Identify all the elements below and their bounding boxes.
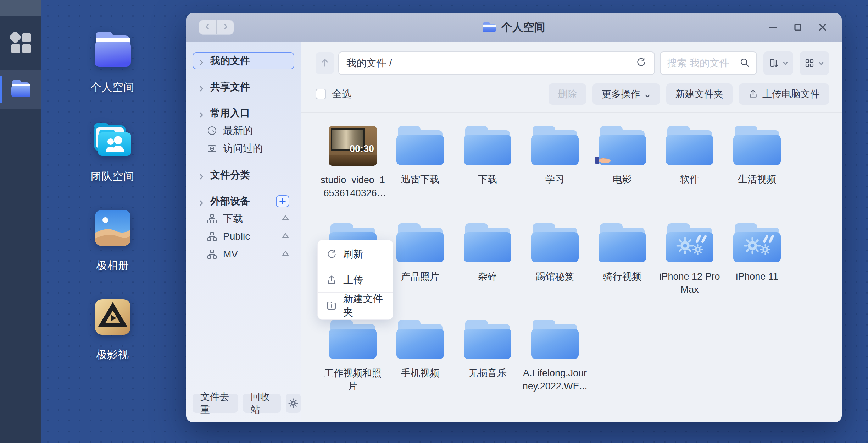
file-tile[interactable]: iPhone 12 Pro Max xyxy=(656,223,723,296)
upload-icon xyxy=(748,89,758,99)
file-label: iPhone 11 xyxy=(736,270,778,283)
add-device-button[interactable] xyxy=(276,195,289,207)
toolbar-button[interactable]: 删除 xyxy=(549,83,586,105)
path-input[interactable]: 我的文件 / xyxy=(338,51,655,75)
desktop-apps: 个人空间团队空间极相册极影视 xyxy=(80,31,145,362)
chevron-right-icon xyxy=(197,83,205,91)
file-label: 杂碎 xyxy=(478,270,497,283)
sidebar-subitem[interactable]: Public xyxy=(193,228,294,245)
chevron-right-icon xyxy=(197,57,205,64)
file-tile[interactable]: 杂碎 xyxy=(454,223,521,296)
context-menu-item[interactable]: 上传 xyxy=(318,267,393,292)
context-menu-item[interactable]: 刷新 xyxy=(318,241,393,267)
file-tile[interactable]: 迅雷下载 xyxy=(386,126,454,200)
folder-icon xyxy=(396,223,444,262)
sidebar-subitem-label: 下载 xyxy=(223,212,243,225)
file-tile[interactable]: 手机视频 xyxy=(386,320,454,393)
folder-icon xyxy=(464,223,511,262)
toolbar-button[interactable]: 上传电脑文件 xyxy=(739,83,829,105)
file-tile[interactable]: 无损音乐 xyxy=(454,320,521,393)
action-buttons: 删除更多操作新建文件夹上传电脑文件 xyxy=(549,83,829,105)
eject-button[interactable] xyxy=(281,248,290,260)
sort-button[interactable] xyxy=(763,51,793,75)
sidebar-gap xyxy=(193,157,294,166)
app-launcher-button[interactable] xyxy=(0,16,41,70)
select-all-checkbox[interactable] xyxy=(316,89,326,99)
file-label: 软件 xyxy=(680,173,699,186)
chevron-right-icon xyxy=(197,171,205,179)
sidebar-item[interactable]: 我的文件 xyxy=(193,52,294,69)
new-folder-icon xyxy=(326,300,337,311)
toolbar-button-label: 更多操作 xyxy=(602,88,640,100)
file-tile[interactable]: iPhone 11 xyxy=(723,223,791,296)
desktop-app[interactable]: 个人空间 xyxy=(80,31,145,95)
main-area: 我的文件 / 全选 删除更多操作新建文件 xyxy=(301,42,842,422)
file-tile[interactable]: 工作视频和照片 xyxy=(319,320,386,393)
sidebar-subitem[interactable]: 访问过的 xyxy=(193,140,294,157)
sidebar-item[interactable]: 文件分类 xyxy=(193,166,294,184)
sidebar-item-label: 外部设备 xyxy=(210,195,250,208)
desktop-app[interactable]: 极相册 xyxy=(80,209,145,273)
up-directory-button[interactable] xyxy=(316,52,334,74)
window-folder-icon xyxy=(483,22,496,32)
file-tile[interactable]: 骑行视频 xyxy=(589,223,656,296)
action-bar: 全选 删除更多操作新建文件夹上传电脑文件 xyxy=(316,83,829,105)
toolbar-button[interactable]: 更多操作 xyxy=(592,83,660,105)
view-mode-button[interactable] xyxy=(800,51,829,75)
sidebar-item[interactable]: 外部设备 xyxy=(193,193,294,210)
file-tile[interactable]: A.Lifelong.Journey.2022.WE... xyxy=(521,320,589,393)
toolbar-button[interactable]: 新建文件夹 xyxy=(666,83,733,105)
upload-icon xyxy=(326,275,337,285)
minimize-button[interactable] xyxy=(766,20,780,34)
app-grid-icon xyxy=(10,32,32,54)
close-button[interactable] xyxy=(816,20,830,34)
footer-button[interactable]: 文件去重 xyxy=(193,394,238,413)
file-tile[interactable]: 下载 xyxy=(454,126,521,200)
folder-icon xyxy=(666,223,713,262)
visited-icon xyxy=(207,143,217,154)
dock-header xyxy=(0,0,41,16)
toolbar-button-label: 上传电脑文件 xyxy=(762,88,820,100)
active-indicator xyxy=(0,76,2,103)
grid-view-icon xyxy=(804,58,815,69)
file-tile[interactable]: 电影 xyxy=(589,126,656,200)
sidebar-subitem[interactable]: 下载 xyxy=(193,210,294,228)
sidebar-item-label: 文件分类 xyxy=(210,168,250,182)
desktop-app[interactable]: 团队空间 xyxy=(80,120,145,184)
file-tile[interactable]: 学习 xyxy=(521,126,589,200)
sidebar-item[interactable]: 共享文件 xyxy=(193,78,294,95)
search-input[interactable] xyxy=(667,58,739,69)
eject-button[interactable] xyxy=(281,231,290,242)
sidebar-subitem[interactable]: 最新的 xyxy=(193,122,294,140)
file-label: 迅雷下载 xyxy=(401,173,439,186)
context-menu-item[interactable]: 新建文件夹 xyxy=(318,292,393,318)
toolbar-button-label: 新建文件夹 xyxy=(675,88,723,100)
sidebar-subitem-label: MV xyxy=(223,248,238,260)
desktop-app-label: 团队空间 xyxy=(91,169,135,184)
folder-icon xyxy=(599,126,646,165)
footer-button[interactable]: 回收站 xyxy=(243,394,281,413)
file-tile[interactable]: 00:30studio_video_1653614032613... xyxy=(319,126,386,200)
dock-item-files[interactable] xyxy=(0,70,41,109)
file-tile[interactable]: 软件 xyxy=(656,126,723,200)
desktop-app[interactable]: 极影视 xyxy=(80,299,145,362)
desktop-app-label: 个人空间 xyxy=(91,80,135,95)
maximize-button[interactable] xyxy=(791,20,805,34)
chevron-right-icon xyxy=(221,23,229,32)
sidebar-item[interactable]: 常用入口 xyxy=(193,105,294,122)
file-tile[interactable]: 产品照片 xyxy=(386,223,454,296)
forward-button[interactable] xyxy=(216,20,234,34)
eject-button[interactable] xyxy=(281,213,290,225)
toolbar-button-label: 删除 xyxy=(558,88,577,100)
refresh-button[interactable] xyxy=(636,57,646,70)
folder-icon xyxy=(531,126,579,165)
video-thumbnail: 00:30 xyxy=(329,126,377,166)
chevron-right-icon xyxy=(197,198,205,205)
file-label: 产品照片 xyxy=(401,270,439,283)
file-tile[interactable]: 踢馆秘笈 xyxy=(521,223,589,296)
file-row: 00:30studio_video_1653614032613...迅雷下载下载… xyxy=(319,126,838,200)
settings-button[interactable] xyxy=(286,394,301,413)
sidebar-subitem[interactable]: MV xyxy=(193,245,294,263)
back-button[interactable] xyxy=(199,20,216,34)
file-tile[interactable]: 生活视频 xyxy=(723,126,791,200)
